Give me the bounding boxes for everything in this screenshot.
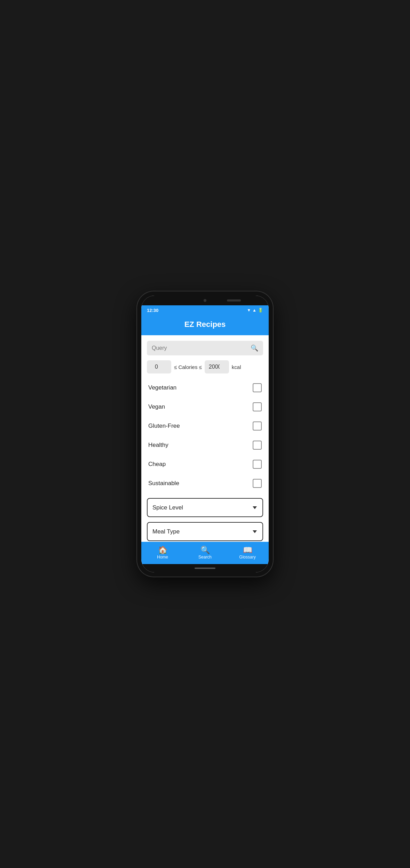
calorie-label: ≤ Calories ≤ — [174, 364, 202, 370]
filter-cheap-label: Cheap — [148, 461, 166, 468]
phone-notch — [141, 296, 269, 305]
signal-icon: ▲ — [252, 308, 257, 313]
query-input[interactable] — [152, 345, 248, 351]
nav-home-label: Home — [157, 555, 168, 560]
filter-healthy: Healthy — [147, 436, 263, 455]
filter-list: Vegetarian Vegan Gluten-Free Healthy Che — [147, 378, 263, 493]
filter-cheap: Cheap — [147, 455, 263, 474]
status-icons: ▼ ▲ 🔋 — [247, 308, 263, 313]
spice-level-dropdown[interactable]: Spice Level Mild Medium Hot Extra Hot — [147, 498, 263, 517]
spice-level-wrapper: Spice Level Mild Medium Hot Extra Hot — [147, 498, 263, 517]
filter-vegetarian-checkbox[interactable] — [253, 383, 262, 392]
filter-vegetarian-label: Vegetarian — [148, 384, 176, 391]
search-icon: 🔍 — [251, 344, 258, 352]
calorie-max-input[interactable] — [205, 360, 229, 373]
status-bar: 12:30 ▼ ▲ 🔋 — [141, 305, 269, 315]
filter-sustainable-checkbox[interactable] — [253, 479, 262, 488]
home-bar — [195, 568, 215, 569]
filter-vegan: Vegan — [147, 397, 263, 417]
nav-item-home[interactable]: 🏠 Home — [141, 542, 184, 564]
filter-vegan-label: Vegan — [148, 403, 165, 410]
nav-glossary-label: Glossary — [239, 555, 255, 560]
filter-vegan-checkbox[interactable] — [253, 402, 262, 411]
filter-gluten-free-checkbox[interactable] — [253, 421, 262, 431]
status-time: 12:30 — [147, 308, 158, 313]
nav-item-glossary[interactable]: 📖 Glossary — [226, 542, 269, 564]
filter-healthy-checkbox[interactable] — [253, 441, 262, 450]
meal-type-wrapper: Meal Type Breakfast Lunch Dinner Snack D… — [147, 522, 263, 541]
bottom-nav: 🏠 Home 🔍 Search 📖 Glossary — [141, 542, 269, 564]
content-area: 🔍 ≤ Calories ≤ kcal Vegetarian Vegan — [141, 335, 269, 542]
filter-gluten-free-label: Gluten-Free — [148, 423, 180, 429]
glossary-icon: 📖 — [243, 546, 252, 554]
filter-sustainable: Sustainable — [147, 474, 263, 493]
home-icon: 🏠 — [158, 546, 167, 554]
wifi-icon: ▼ — [247, 308, 251, 313]
meal-type-dropdown[interactable]: Meal Type Breakfast Lunch Dinner Snack D… — [147, 522, 263, 541]
filter-vegetarian: Vegetarian — [147, 378, 263, 397]
calorie-min-input[interactable] — [147, 360, 171, 373]
app-title: EZ Recipes — [147, 320, 263, 329]
filter-healthy-label: Healthy — [148, 442, 168, 449]
battery-icon: 🔋 — [258, 308, 263, 313]
calorie-row: ≤ Calories ≤ kcal — [147, 360, 263, 373]
phone-frame: 12:30 ▼ ▲ 🔋 EZ Recipes 🔍 ≤ Calories ≤ — [137, 291, 273, 577]
calorie-unit: kcal — [232, 364, 241, 370]
filter-gluten-free: Gluten-Free — [147, 417, 263, 436]
app-bar: EZ Recipes — [141, 315, 269, 335]
filter-sustainable-label: Sustainable — [148, 480, 179, 487]
phone-screen: 12:30 ▼ ▲ 🔋 EZ Recipes 🔍 ≤ Calories ≤ — [141, 296, 269, 572]
home-indicator — [141, 564, 269, 572]
nav-search-label: Search — [198, 555, 212, 560]
filter-cheap-checkbox[interactable] — [253, 460, 262, 469]
search-bar: 🔍 — [147, 341, 263, 355]
nav-item-search[interactable]: 🔍 Search — [184, 542, 226, 564]
search-nav-icon: 🔍 — [200, 546, 210, 554]
